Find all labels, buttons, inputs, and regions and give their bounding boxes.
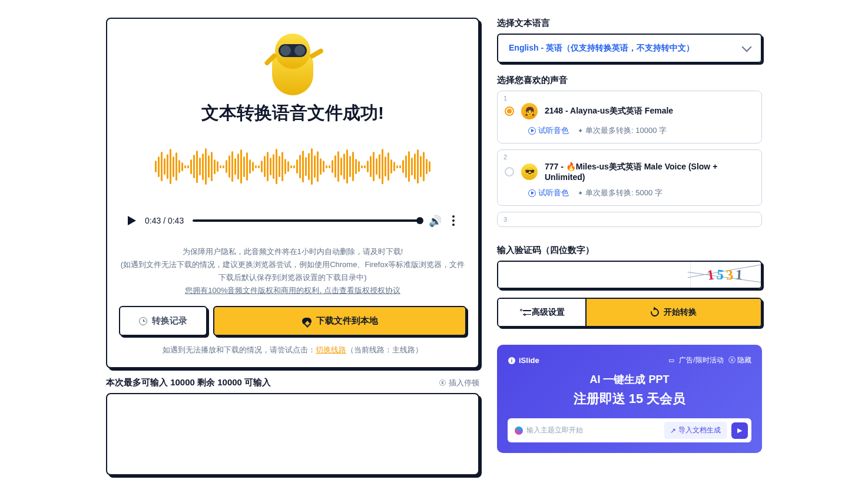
voice-number: 3 xyxy=(503,216,507,223)
mascot-image xyxy=(119,31,466,95)
history-icon xyxy=(139,317,147,325)
magic-icon: ✦ xyxy=(578,189,583,197)
voice-limit: ✦单次最多转换: 5000 字 xyxy=(578,188,662,198)
download-button[interactable]: 下载文件到本地 xyxy=(213,306,466,336)
import-icon: ↗ xyxy=(670,427,676,435)
voice-name: 2148 - Alayna-us美式英语 Female xyxy=(545,106,754,116)
ad-title: AI 一键生成 PPT xyxy=(508,372,751,387)
start-convert-button[interactable]: 开始转换 xyxy=(587,299,761,326)
ad-import-button[interactable]: ↗ 导入文档生成 xyxy=(664,422,727,439)
switch-route-link[interactable]: 切换线路 xyxy=(316,345,346,354)
ai-circle-icon xyxy=(515,427,523,435)
audio-progress[interactable] xyxy=(193,219,420,222)
convert-icon xyxy=(649,307,660,318)
result-panel: 文本转换语音文件成功! 0:43 / 0:43 为保障用户隐私，此音频文件将在1… xyxy=(106,18,479,368)
advanced-settings-button[interactable]: 高级设置 xyxy=(498,299,587,326)
voice-card[interactable]: 2😎777 - 🔥Miles-us美式英语 Male Voice (Slow +… xyxy=(497,149,762,206)
ad-logo: i iSlide xyxy=(508,356,539,365)
voice-number: 2 xyxy=(503,154,507,161)
voice-card[interactable]: 3 xyxy=(497,212,762,227)
captcha-label: 输入验证码（四位数字） xyxy=(497,245,762,256)
play-circle-icon xyxy=(528,189,536,197)
voice-radio[interactable] xyxy=(505,167,514,176)
ad-subtitle: 注册即送 15 天会员 xyxy=(508,390,751,408)
volume-icon[interactable] xyxy=(429,215,440,226)
ad-go-button[interactable] xyxy=(731,422,748,439)
voice-limit: ✦单次最多转换: 10000 字 xyxy=(578,125,667,136)
play-circle-icon xyxy=(528,127,536,135)
voice-avatar: 👧 xyxy=(521,103,538,119)
fallback-notice: 如遇到无法播放和下载的情况，请尝试点击：切换线路（当前线路：主线路） xyxy=(119,345,466,355)
char-counter: 本次最多可输入 10000 剩余 10000 可输入 xyxy=(106,377,271,388)
preview-voice-button[interactable]: 试听音色 xyxy=(528,125,569,136)
ad-hide-button[interactable]: ⓧ 隐藏 xyxy=(728,355,751,365)
privacy-notice: 为保障用户隐私，此音频文件将在1小时内自动删除，请及时下载! (如遇到文件无法下… xyxy=(119,245,466,297)
play-icon[interactable] xyxy=(128,216,136,225)
audio-waveform xyxy=(119,143,466,190)
captcha-input[interactable] xyxy=(498,262,690,288)
insert-pause-button[interactable]: 插入停顿 xyxy=(439,378,479,388)
audio-time: 0:43 / 0:43 xyxy=(145,216,184,225)
captcha-image[interactable]: 1531 xyxy=(690,262,761,288)
language-select[interactable]: English - 英语（仅支持转换英语，不支持转中文） xyxy=(497,34,762,63)
voice-name: 777 - 🔥Miles-us美式英语 Male Voice (Slow + U… xyxy=(545,162,754,182)
ad-badge-icon: ▭ xyxy=(668,357,674,364)
ad-input-row[interactable]: 输入主题立即开始 ↗ 导入文档生成 xyxy=(508,418,751,442)
voice-card[interactable]: 1👧2148 - Alayna-us美式英语 Female试听音色✦单次最多转换… xyxy=(497,91,762,144)
language-label: 选择文本语言 xyxy=(497,18,762,29)
copyright-link[interactable]: 您拥有100%音频文件版权和商用的权利, 点击查看版权授权协议 xyxy=(119,284,466,297)
voice-label: 选择您喜欢的声音 xyxy=(497,75,762,86)
voice-number: 1 xyxy=(503,95,507,102)
settings-icon xyxy=(519,309,527,315)
voice-avatar: 😎 xyxy=(521,164,538,180)
text-input[interactable] xyxy=(106,393,479,475)
audio-menu-icon[interactable] xyxy=(449,212,458,229)
magic-icon: ✦ xyxy=(578,127,583,135)
svg-text:i: i xyxy=(511,358,513,364)
history-button[interactable]: 转换记录 xyxy=(119,306,207,336)
audio-player: 0:43 / 0:43 xyxy=(119,208,466,234)
voice-radio[interactable] xyxy=(505,106,514,116)
success-title: 文本转换语音文件成功! xyxy=(119,101,466,125)
pause-icon xyxy=(439,379,446,386)
ad-banner: i iSlide ▭ 广告/限时活动 ⓧ 隐藏 AI 一键生成 PPT 注册即送… xyxy=(497,345,762,453)
preview-voice-button[interactable]: 试听音色 xyxy=(528,188,569,198)
download-icon xyxy=(302,318,312,325)
voice-list[interactable]: 1👧2148 - Alayna-us美式英语 Female试听音色✦单次最多转换… xyxy=(497,91,762,233)
chevron-down-icon xyxy=(742,42,752,52)
ad-badge: 广告/限时活动 xyxy=(679,355,723,365)
